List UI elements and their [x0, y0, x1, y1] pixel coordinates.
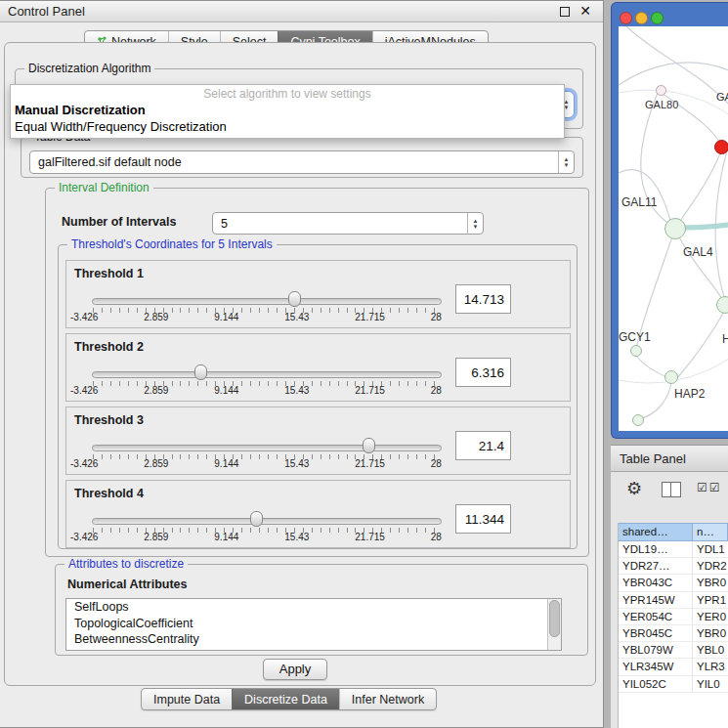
network-node[interactable]: [716, 296, 728, 314]
network-canvas[interactable]: GAL80 GA GAL11 GAL4 GCY1 H HAP2: [619, 26, 728, 431]
threshold-row: Threshold 3 -3.4262.8599.14415.4321.7152…: [65, 407, 571, 475]
table-cell[interactable]: YDR2: [693, 558, 728, 574]
table-row[interactable]: YDL19…YDL1: [619, 541, 728, 558]
tab-infer-network[interactable]: Infer Network: [339, 689, 436, 709]
slider-thumb[interactable]: [250, 511, 263, 527]
slider-track[interactable]: [92, 518, 442, 525]
slider-thumb[interactable]: [363, 438, 375, 453]
table-panel-header[interactable]: Table Panel: [611, 445, 728, 472]
checkbox-icons[interactable]: ☑☑: [697, 481, 722, 494]
table-cell[interactable]: YBL0: [693, 642, 728, 658]
threshold-slider[interactable]: [92, 437, 442, 460]
table-cell[interactable]: YIL052C: [619, 676, 693, 692]
column-header[interactable]: n…: [693, 523, 728, 541]
tick-label: 28: [431, 458, 442, 469]
table-row[interactable]: YBL079WYBL0: [619, 642, 728, 659]
threshold-slider[interactable]: [92, 364, 442, 387]
threshold-value-input[interactable]: [455, 504, 511, 534]
table-cell[interactable]: YPR145W: [619, 592, 693, 608]
tick-label: 21.715: [355, 385, 385, 396]
table-cell[interactable]: YBL079W: [619, 642, 693, 658]
table-row[interactable]: YER054CYER0: [619, 609, 728, 625]
slider-thumb[interactable]: [194, 364, 207, 380]
table-row[interactable]: YIL052CYIL0: [619, 676, 728, 693]
slider-track[interactable]: [92, 445, 442, 451]
tick-label: 15.43: [284, 532, 309, 542]
attributes-listbox[interactable]: SelfLoops TopologicalCoefficient Between…: [65, 598, 562, 651]
slider-thumb[interactable]: [288, 291, 301, 307]
table-cell[interactable]: YPR1: [693, 592, 728, 608]
table-cell[interactable]: YER0: [693, 609, 728, 624]
number-of-intervals-combobox[interactable]: 5 ▲ ▼: [212, 212, 484, 235]
threshold-slider[interactable]: [92, 510, 442, 534]
threshold-value-input[interactable]: [455, 358, 511, 387]
window-title: Control Panel: [8, 4, 85, 19]
columns-icon[interactable]: [662, 482, 681, 497]
network-node[interactable]: [664, 218, 686, 239]
column-header[interactable]: shared…: [619, 523, 693, 541]
threshold-slider[interactable]: [92, 290, 442, 314]
table-cell[interactable]: YBR045C: [619, 625, 693, 641]
table-cell[interactable]: YBR0: [693, 625, 728, 641]
dropdown-option-manual-discretization[interactable]: Manual Discretization: [11, 102, 564, 118]
tab-discretize-data[interactable]: Discretize Data: [232, 689, 339, 709]
table-row[interactable]: YBR045CYBR0: [619, 625, 728, 642]
apply-button[interactable]: Apply: [263, 659, 327, 680]
list-item[interactable]: BetweennessCentrality: [66, 631, 561, 648]
slider-scale: -3.4262.8599.14415.4321.71528: [70, 312, 442, 322]
combobox-stepper[interactable]: ▲ ▼: [467, 213, 483, 234]
scrollbar-thumb[interactable]: [549, 600, 560, 637]
node-label: H: [722, 332, 728, 346]
node-label: GAL4: [683, 245, 713, 259]
threshold-row: Threshold 2 -3.4262.8599.14415.4321.7152…: [65, 333, 571, 402]
table-cell[interactable]: YBR0: [693, 575, 728, 590]
slider-scale: -3.4262.8599.14415.4321.71528: [70, 385, 442, 396]
close-traffic-light-icon[interactable]: [620, 12, 632, 24]
tab-impute-data[interactable]: Impute Data: [142, 689, 232, 709]
tick-label: 21.715: [355, 532, 385, 542]
minimize-traffic-light-icon[interactable]: [635, 12, 648, 24]
tick-label: 2.859: [144, 532, 168, 542]
table-cell[interactable]: YDL19…: [619, 541, 693, 557]
threshold-value-input[interactable]: [455, 431, 511, 460]
table-row[interactable]: YDR27…YDR2: [619, 558, 728, 575]
threshold-value-input[interactable]: [455, 284, 511, 314]
group-title: Attributes to discretize: [64, 557, 188, 571]
network-node[interactable]: [632, 414, 644, 426]
threshold-label: Threshold 1: [74, 267, 144, 280]
table-data-combobox[interactable]: galFiltered.sif default node ▲ ▼: [29, 150, 575, 174]
list-item[interactable]: TopologicalCoefficient: [66, 616, 561, 632]
network-node[interactable]: [656, 85, 666, 96]
table-row[interactable]: YLR345WYLR3: [619, 659, 728, 675]
tick-label: 9.144: [214, 385, 238, 396]
network-node-selected[interactable]: [714, 140, 728, 154]
control-panel-titlebar[interactable]: Control Panel ✕: [0, 1, 603, 22]
table-cell[interactable]: YER054C: [619, 609, 693, 624]
scrollbar[interactable]: [547, 599, 561, 650]
table-cell[interactable]: YBR043C: [619, 575, 693, 590]
slider-track[interactable]: [92, 371, 442, 378]
table-cell[interactable]: YDL1: [693, 541, 728, 557]
dropdown-option-equal-width-frequency[interactable]: Equal Width/Frequency Discretization: [11, 118, 564, 135]
float-window-icon[interactable]: [560, 7, 570, 17]
network-view-window[interactable]: GAL80 GA GAL11 GAL4 GCY1 H HAP2: [611, 2, 728, 439]
close-icon[interactable]: ✕: [579, 3, 591, 19]
zoom-traffic-light-icon[interactable]: [651, 12, 664, 24]
network-node[interactable]: [664, 370, 678, 384]
node-table[interactable]: shared… n… YDL19…YDL1 YDR27…YDR2 YBR043C…: [618, 523, 728, 728]
table-cell[interactable]: YDR27…: [619, 558, 693, 574]
table-cell[interactable]: YLR345W: [619, 659, 693, 674]
algorithm-dropdown-popup: Select algorithm to view settings Manual…: [10, 84, 565, 139]
slider-track[interactable]: [92, 298, 442, 305]
network-node[interactable]: [630, 345, 642, 357]
list-item[interactable]: SelfLoops: [66, 599, 561, 616]
threshold-label: Threshold 4: [74, 487, 144, 500]
group-title: Discretization Algorithm: [24, 62, 154, 75]
combobox-stepper[interactable]: ▲ ▼: [558, 151, 574, 173]
table-row[interactable]: YPR145WYPR1: [619, 592, 728, 609]
gear-icon[interactable]: ⚙: [626, 478, 642, 499]
threshold-label: Threshold 3: [74, 413, 144, 427]
table-cell[interactable]: YIL0: [693, 676, 728, 692]
table-cell[interactable]: YLR3: [693, 659, 728, 674]
table-row[interactable]: YBR043CYBR0: [619, 575, 728, 591]
